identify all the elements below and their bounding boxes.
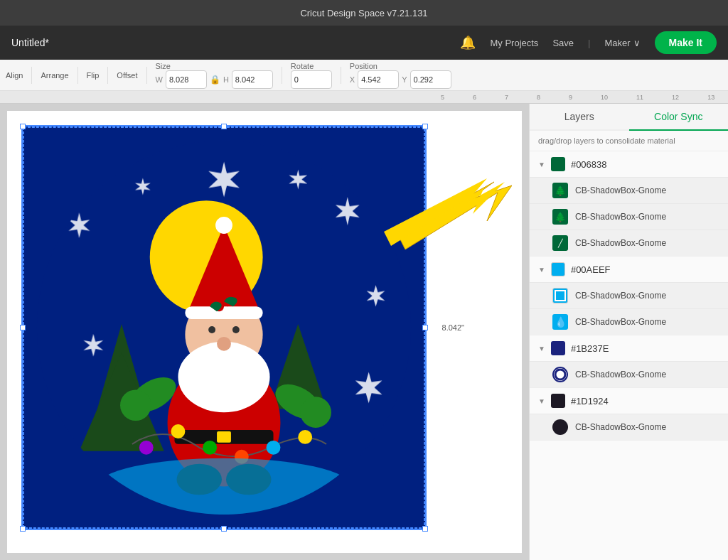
color-group-header-006838[interactable]: ▼ #006838 (530, 151, 728, 177)
flip-label: Flip (87, 71, 100, 80)
layer-item-6[interactable]: CB-ShadowBox-Gnome (530, 361, 728, 387)
save-button[interactable]: Save (552, 38, 574, 48)
chevron-1D1924-icon: ▼ (538, 397, 545, 405)
layer-name-4: CB-ShadowBox-Gnome (575, 291, 666, 301)
svg-point-20 (300, 397, 331, 428)
size-w-input[interactable]: 8.028 (166, 70, 207, 89)
toolbar-sep-1 (31, 67, 32, 84)
layer-name-2: CB-ShadowBox-Gnome (575, 212, 666, 222)
right-panel: Layers Color Sync drag/drop layers to co… (529, 104, 728, 560)
handle-br[interactable] (422, 526, 428, 532)
tab-color-sync[interactable]: Color Sync (629, 104, 729, 131)
svg-point-27 (203, 441, 217, 455)
pos-x-label: X (350, 75, 355, 84)
gnome-illustration (23, 126, 425, 529)
color-group-header-1B237E[interactable]: ▼ #1B237E (530, 335, 728, 361)
svg-point-29 (267, 441, 281, 455)
position-group: Position X 4.542 Y 0.292 (350, 62, 451, 89)
toolbar-sep-4 (146, 67, 147, 84)
app-title: Cricut Design Space v7.21.131 (300, 8, 427, 18)
layer-name-3: CB-ShadowBox-Gnome (575, 238, 666, 248)
handle-bm[interactable] (221, 526, 227, 532)
handle-tl[interactable] (20, 124, 26, 129)
pos-y-input[interactable]: 0.292 (410, 70, 451, 89)
layer-item-2[interactable]: 🌲 CB-ShadowBox-Gnome (530, 203, 728, 230)
size-group: Size W 8.028 🔒 H 8.042 (156, 62, 273, 89)
offset-label: Offset (117, 71, 137, 80)
header: Untitled* 🔔 My Projects Save | Maker ∨ M… (0, 26, 728, 60)
chevron-006838-icon: ▼ (538, 161, 545, 168)
offset-button[interactable]: Offset (117, 71, 137, 80)
handle-tr[interactable] (422, 124, 428, 129)
panel-tabs: Layers Color Sync (530, 104, 728, 131)
pos-x-input[interactable]: 4.542 (358, 70, 399, 89)
machine-chevron-icon: ∨ (633, 38, 641, 48)
layer-name-6: CB-ShadowBox-Gnome (575, 370, 666, 379)
lock-icon[interactable]: 🔒 (210, 75, 220, 85)
color-group-006838: ▼ #006838 🌲 CB-ShadowBox-Gnome 🌲 CB-Shad… (530, 151, 728, 257)
size-h-input[interactable]: 8.042 (232, 70, 273, 89)
color-swatch-1B237E (551, 341, 565, 355)
align-label: Align (6, 71, 23, 80)
layer-item-7[interactable]: CB-ShadowBox-Gnome (530, 414, 728, 440)
machine-name: Maker (604, 38, 630, 48)
layer-icon-6 (552, 367, 568, 382)
layer-icon-1: 🌲 (552, 183, 568, 198)
design-canvas[interactable]: 8.042" (21, 125, 427, 530)
color-group-header-00AEEF[interactable]: ▼ #00AEEF (530, 257, 728, 282)
color-hex-00AEEF: #00AEEF (571, 264, 611, 275)
handle-bl[interactable] (20, 526, 26, 532)
layer-item-1[interactable]: 🌲 CB-ShadowBox-Gnome (530, 177, 728, 203)
color-group-1D1924: ▼ #1D1924 CB-ShadowBox-Gnome (530, 388, 728, 441)
flip-button[interactable]: Flip (87, 71, 100, 80)
svg-point-16 (217, 337, 231, 351)
canvas-panel[interactable]: 8.042" (0, 104, 529, 560)
flip-group: Flip (87, 71, 100, 80)
arrange-button[interactable]: Arrange (41, 71, 68, 80)
handle-ml[interactable] (20, 325, 26, 330)
svg-rect-11 (185, 306, 262, 319)
project-name: Untitled* (11, 37, 49, 48)
machine-selector[interactable]: Maker ∨ (604, 38, 640, 48)
svg-point-48 (555, 422, 565, 432)
layer-icon-5: 💧 (552, 314, 568, 330)
color-groups-list[interactable]: ▼ #006838 🌲 CB-ShadowBox-Gnome 🌲 CB-Shad… (530, 151, 728, 560)
layer-item-5[interactable]: 💧 CB-ShadowBox-Gnome (530, 308, 728, 335)
canvas-area: 8.042" (7, 111, 522, 553)
handle-tm[interactable] (221, 124, 227, 129)
layer-item-4[interactable]: CB-ShadowBox-Gnome (530, 282, 728, 308)
color-group-1B237E: ▼ #1B237E CB-ShadowBox-Gnome (530, 335, 728, 388)
handle-mr[interactable] (422, 325, 428, 330)
panel-hint: drag/drop layers to consolidate material (530, 131, 728, 151)
svg-point-25 (139, 441, 154, 455)
svg-point-47 (555, 370, 565, 379)
make-it-button[interactable]: Make It (655, 31, 717, 54)
align-button[interactable]: Align (6, 71, 23, 80)
svg-rect-46 (555, 291, 565, 301)
rotate-input[interactable]: 0 (291, 70, 332, 89)
ruler: 5 6 7 8 9 10 11 12 13 (0, 91, 728, 104)
my-projects-button[interactable]: My Projects (490, 38, 538, 48)
layer-name-5: CB-ShadowBox-Gnome (575, 317, 666, 327)
svg-point-19 (120, 389, 151, 421)
toolbar-sep-3 (107, 67, 108, 84)
offset-group: Offset (117, 71, 137, 80)
bell-icon[interactable]: 🔔 (460, 35, 476, 50)
rotate-label: Rotate (291, 62, 314, 70)
layer-icon-2: 🌲 (552, 209, 568, 225)
color-hex-1B237E: #1B237E (571, 343, 609, 354)
layer-icon-4 (552, 288, 568, 303)
layer-name-1: CB-ShadowBox-Gnome (575, 185, 666, 195)
color-hex-006838: #006838 (571, 159, 607, 170)
layer-item-3[interactable]: ╱ CB-ShadowBox-Gnome (530, 230, 728, 256)
layer-name-7: CB-ShadowBox-Gnome (575, 422, 666, 432)
chevron-00AEEF-icon: ▼ (538, 266, 545, 274)
tab-layers[interactable]: Layers (530, 104, 629, 131)
header-divider: | (588, 38, 590, 48)
size-h-label: H (223, 75, 229, 84)
color-swatch-1D1924 (551, 394, 565, 408)
size-label: Size (156, 62, 171, 70)
svg-point-14 (208, 326, 215, 333)
color-group-header-1D1924[interactable]: ▼ #1D1924 (530, 388, 728, 414)
dimension-label: 8.042" (442, 323, 464, 332)
